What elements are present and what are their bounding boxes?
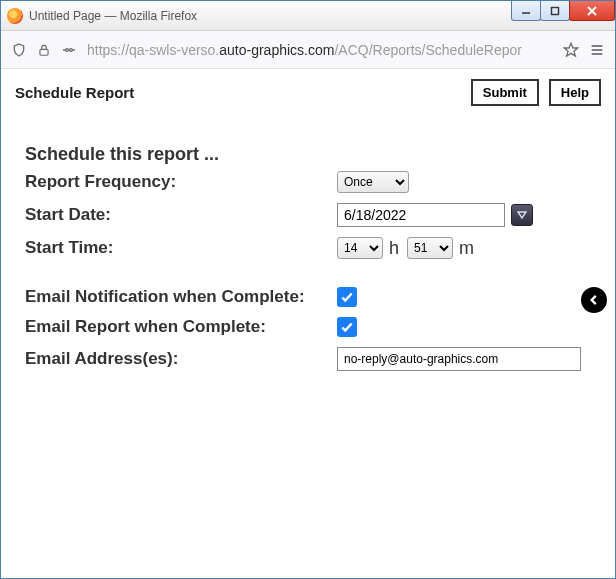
checkbox-email-notify[interactable] — [337, 287, 357, 307]
url-prefix: https://qa-swls-verso. — [87, 42, 219, 58]
page-header: Schedule Report Submit Help — [1, 69, 615, 114]
row-frequency: Report Frequency: Once — [25, 171, 591, 193]
firefox-window: Untitled Page — Mozilla Firefox https://… — [0, 0, 616, 579]
unit-minute: m — [459, 238, 474, 259]
row-email-address: Email Address(es): — [25, 347, 591, 371]
shield-icon[interactable] — [11, 42, 27, 58]
collapse-fab[interactable] — [581, 287, 607, 313]
url-host: auto-graphics.com — [219, 42, 334, 58]
maximize-button[interactable] — [540, 1, 570, 21]
help-button[interactable]: Help — [549, 79, 601, 106]
section-heading: Schedule this report ... — [25, 144, 591, 165]
url-display[interactable]: https://qa-swls-verso.auto-graphics.com/… — [87, 42, 553, 58]
input-start-date[interactable] — [337, 203, 505, 227]
checkbox-email-report[interactable] — [337, 317, 357, 337]
svg-rect-4 — [40, 49, 48, 55]
url-suffix: /ACQ/Reports/ScheduleRepor — [334, 42, 522, 58]
window-title: Untitled Page — Mozilla Firefox — [29, 9, 197, 23]
svg-marker-11 — [518, 212, 526, 218]
minimize-button[interactable] — [511, 1, 541, 21]
menu-icon[interactable] — [589, 42, 605, 58]
svg-marker-7 — [564, 43, 577, 56]
label-email-notify: Email Notification when Complete: — [25, 287, 337, 307]
window-controls — [512, 1, 615, 23]
lock-icon[interactable] — [37, 43, 51, 57]
svg-point-6 — [70, 48, 73, 51]
select-frequency[interactable]: Once — [337, 171, 409, 193]
submit-button[interactable]: Submit — [471, 79, 539, 106]
firefox-icon — [7, 8, 23, 24]
label-email-address: Email Address(es): — [25, 349, 337, 369]
row-start-date: Start Date: — [25, 203, 591, 227]
date-picker-button[interactable] — [511, 204, 533, 226]
svg-rect-1 — [552, 7, 559, 14]
header-buttons: Submit Help — [471, 79, 601, 106]
label-start-time: Start Time: — [25, 238, 337, 258]
bookmark-star-icon[interactable] — [563, 42, 579, 58]
row-email-notify: Email Notification when Complete: — [25, 287, 591, 307]
select-minute[interactable]: 51 — [407, 237, 453, 259]
schedule-form: Schedule this report ... Report Frequenc… — [1, 114, 615, 371]
permissions-icon[interactable] — [61, 42, 77, 58]
close-button[interactable] — [569, 1, 615, 21]
row-start-time: Start Time: 14 h 51 m — [25, 237, 591, 259]
label-start-date: Start Date: — [25, 205, 337, 225]
label-frequency: Report Frequency: — [25, 172, 337, 192]
unit-hour: h — [389, 238, 399, 259]
row-email-report: Email Report when Complete: — [25, 317, 591, 337]
input-email-address[interactable] — [337, 347, 581, 371]
address-bar: https://qa-swls-verso.auto-graphics.com/… — [1, 31, 615, 69]
page-title: Schedule Report — [15, 84, 134, 101]
select-hour[interactable]: 14 — [337, 237, 383, 259]
page-content: Schedule Report Submit Help Schedule thi… — [1, 69, 615, 578]
svg-point-5 — [66, 48, 69, 51]
titlebar: Untitled Page — Mozilla Firefox — [1, 1, 615, 31]
label-email-report: Email Report when Complete: — [25, 317, 337, 337]
